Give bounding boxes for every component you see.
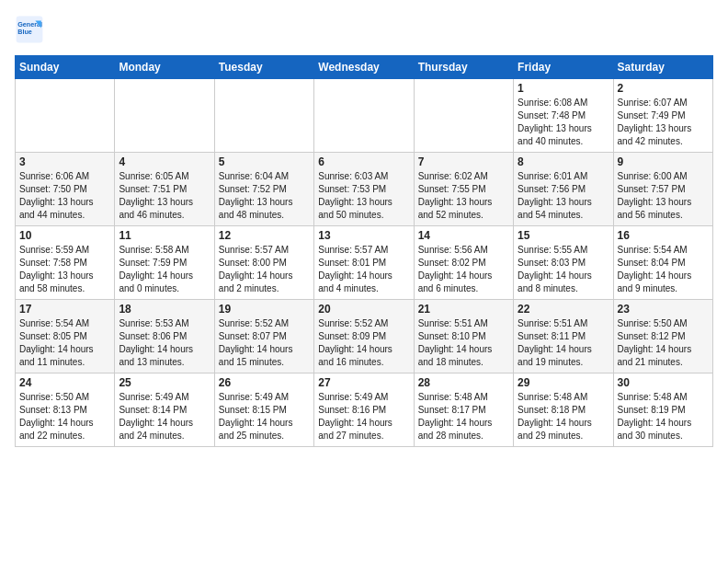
day-info: Sunrise: 5:57 AM Sunset: 8:01 PM Dayligh… [318, 244, 409, 295]
day-cell: 8Sunrise: 6:01 AM Sunset: 7:56 PM Daylig… [514, 153, 613, 226]
page-header: General Blue [15, 15, 713, 44]
day-cell: 16Sunrise: 5:54 AM Sunset: 8:04 PM Dayli… [613, 226, 712, 300]
day-number: 3 [19, 155, 110, 168]
day-number: 29 [518, 376, 609, 389]
col-header-monday: Monday [115, 56, 214, 79]
day-info: Sunrise: 5:53 AM Sunset: 8:06 PM Dayligh… [119, 317, 210, 369]
calendar-table: SundayMondayTuesdayWednesdayThursdayFrid… [15, 55, 713, 447]
header-row: SundayMondayTuesdayWednesdayThursdayFrid… [16, 56, 713, 79]
day-cell [16, 79, 115, 153]
day-cell: 15Sunrise: 5:55 AM Sunset: 8:03 PM Dayli… [514, 226, 613, 300]
col-header-thursday: Thursday [414, 56, 513, 79]
day-cell: 30Sunrise: 5:48 AM Sunset: 8:19 PM Dayli… [613, 373, 712, 447]
day-info: Sunrise: 5:52 AM Sunset: 8:09 PM Dayligh… [318, 317, 409, 369]
day-info: Sunrise: 5:51 AM Sunset: 8:11 PM Dayligh… [518, 317, 609, 369]
day-info: Sunrise: 5:49 AM Sunset: 8:15 PM Dayligh… [219, 391, 310, 442]
day-cell: 9Sunrise: 6:00 AM Sunset: 7:57 PM Daylig… [613, 153, 712, 226]
week-row-4: 17Sunrise: 5:54 AM Sunset: 8:05 PM Dayli… [16, 300, 713, 373]
day-cell: 22Sunrise: 5:51 AM Sunset: 8:11 PM Dayli… [514, 300, 613, 373]
day-cell: 3Sunrise: 6:06 AM Sunset: 7:50 PM Daylig… [16, 153, 115, 226]
col-header-saturday: Saturday [613, 56, 712, 79]
day-info: Sunrise: 6:03 AM Sunset: 7:53 PM Dayligh… [318, 170, 409, 222]
day-info: Sunrise: 6:05 AM Sunset: 7:51 PM Dayligh… [119, 170, 210, 222]
day-number: 15 [518, 229, 609, 242]
day-info: Sunrise: 5:50 AM Sunset: 8:13 PM Dayligh… [19, 391, 110, 442]
day-number: 27 [318, 376, 409, 389]
day-number: 26 [219, 376, 310, 389]
day-info: Sunrise: 5:49 AM Sunset: 8:14 PM Dayligh… [119, 391, 210, 442]
day-cell: 27Sunrise: 5:49 AM Sunset: 8:16 PM Dayli… [314, 373, 414, 447]
day-info: Sunrise: 5:55 AM Sunset: 8:03 PM Dayligh… [518, 244, 609, 295]
col-header-friday: Friday [514, 56, 613, 79]
day-number: 1 [518, 82, 609, 95]
day-cell: 13Sunrise: 5:57 AM Sunset: 8:01 PM Dayli… [314, 226, 414, 300]
day-cell: 17Sunrise: 5:54 AM Sunset: 8:05 PM Dayli… [16, 300, 115, 373]
day-number: 25 [119, 376, 210, 389]
day-cell: 1Sunrise: 6:08 AM Sunset: 7:48 PM Daylig… [514, 79, 613, 153]
day-info: Sunrise: 6:02 AM Sunset: 7:55 PM Dayligh… [418, 170, 509, 222]
day-cell: 2Sunrise: 6:07 AM Sunset: 7:49 PM Daylig… [613, 79, 712, 153]
day-number: 20 [318, 303, 409, 316]
day-number: 2 [618, 82, 709, 95]
day-info: Sunrise: 6:06 AM Sunset: 7:50 PM Dayligh… [19, 170, 110, 222]
day-info: Sunrise: 5:54 AM Sunset: 8:05 PM Dayligh… [19, 317, 110, 369]
day-info: Sunrise: 5:57 AM Sunset: 8:00 PM Dayligh… [219, 244, 310, 295]
day-cell: 21Sunrise: 5:51 AM Sunset: 8:10 PM Dayli… [414, 300, 513, 373]
day-number: 7 [418, 155, 509, 168]
day-info: Sunrise: 5:58 AM Sunset: 7:59 PM Dayligh… [119, 244, 210, 295]
day-info: Sunrise: 5:50 AM Sunset: 8:12 PM Dayligh… [618, 317, 709, 369]
day-cell [214, 79, 313, 153]
day-number: 8 [518, 155, 609, 168]
day-info: Sunrise: 5:52 AM Sunset: 8:07 PM Dayligh… [219, 317, 310, 369]
day-info: Sunrise: 5:56 AM Sunset: 8:02 PM Dayligh… [418, 244, 509, 295]
day-info: Sunrise: 5:48 AM Sunset: 8:18 PM Dayligh… [518, 391, 609, 442]
day-cell: 19Sunrise: 5:52 AM Sunset: 8:07 PM Dayli… [214, 300, 313, 373]
day-info: Sunrise: 6:08 AM Sunset: 7:48 PM Dayligh… [518, 97, 609, 148]
day-number: 4 [119, 155, 210, 168]
day-cell: 14Sunrise: 5:56 AM Sunset: 8:02 PM Dayli… [414, 226, 513, 300]
day-info: Sunrise: 5:59 AM Sunset: 7:58 PM Dayligh… [19, 244, 110, 295]
day-cell [414, 79, 513, 153]
day-number: 23 [618, 303, 709, 316]
day-info: Sunrise: 5:51 AM Sunset: 8:10 PM Dayligh… [418, 317, 509, 369]
logo-icon: General Blue [15, 15, 44, 44]
day-cell: 10Sunrise: 5:59 AM Sunset: 7:58 PM Dayli… [16, 226, 115, 300]
day-cell [115, 79, 214, 153]
day-number: 10 [19, 229, 110, 242]
day-info: Sunrise: 6:01 AM Sunset: 7:56 PM Dayligh… [518, 170, 609, 222]
day-info: Sunrise: 5:54 AM Sunset: 8:04 PM Dayligh… [618, 244, 709, 295]
day-number: 16 [618, 229, 709, 242]
day-info: Sunrise: 6:07 AM Sunset: 7:49 PM Dayligh… [618, 97, 709, 148]
week-row-3: 10Sunrise: 5:59 AM Sunset: 7:58 PM Dayli… [16, 226, 713, 300]
day-cell: 6Sunrise: 6:03 AM Sunset: 7:53 PM Daylig… [314, 153, 414, 226]
day-number: 9 [618, 155, 709, 168]
day-cell: 5Sunrise: 6:04 AM Sunset: 7:52 PM Daylig… [214, 153, 313, 226]
day-cell [314, 79, 414, 153]
week-row-2: 3Sunrise: 6:06 AM Sunset: 7:50 PM Daylig… [16, 153, 713, 226]
day-info: Sunrise: 5:48 AM Sunset: 8:19 PM Dayligh… [618, 391, 709, 442]
day-number: 11 [119, 229, 210, 242]
day-number: 30 [618, 376, 709, 389]
day-cell: 4Sunrise: 6:05 AM Sunset: 7:51 PM Daylig… [115, 153, 214, 226]
week-row-1: 1Sunrise: 6:08 AM Sunset: 7:48 PM Daylig… [16, 79, 713, 153]
day-number: 6 [318, 155, 409, 168]
day-info: Sunrise: 5:49 AM Sunset: 8:16 PM Dayligh… [318, 391, 409, 442]
col-header-tuesday: Tuesday [214, 56, 313, 79]
day-cell: 24Sunrise: 5:50 AM Sunset: 8:13 PM Dayli… [16, 373, 115, 447]
day-cell: 25Sunrise: 5:49 AM Sunset: 8:14 PM Dayli… [115, 373, 214, 447]
day-cell: 29Sunrise: 5:48 AM Sunset: 8:18 PM Dayli… [514, 373, 613, 447]
day-info: Sunrise: 6:00 AM Sunset: 7:57 PM Dayligh… [618, 170, 709, 222]
day-cell: 28Sunrise: 5:48 AM Sunset: 8:17 PM Dayli… [414, 373, 513, 447]
day-number: 22 [518, 303, 609, 316]
day-info: Sunrise: 5:48 AM Sunset: 8:17 PM Dayligh… [418, 391, 509, 442]
day-number: 12 [219, 229, 310, 242]
logo: General Blue [15, 15, 44, 44]
day-number: 28 [418, 376, 509, 389]
day-number: 14 [418, 229, 509, 242]
day-cell: 11Sunrise: 5:58 AM Sunset: 7:59 PM Dayli… [115, 226, 214, 300]
day-number: 17 [19, 303, 110, 316]
day-number: 13 [318, 229, 409, 242]
day-cell: 23Sunrise: 5:50 AM Sunset: 8:12 PM Dayli… [613, 300, 712, 373]
day-cell: 20Sunrise: 5:52 AM Sunset: 8:09 PM Dayli… [314, 300, 414, 373]
col-header-wednesday: Wednesday [314, 56, 414, 79]
